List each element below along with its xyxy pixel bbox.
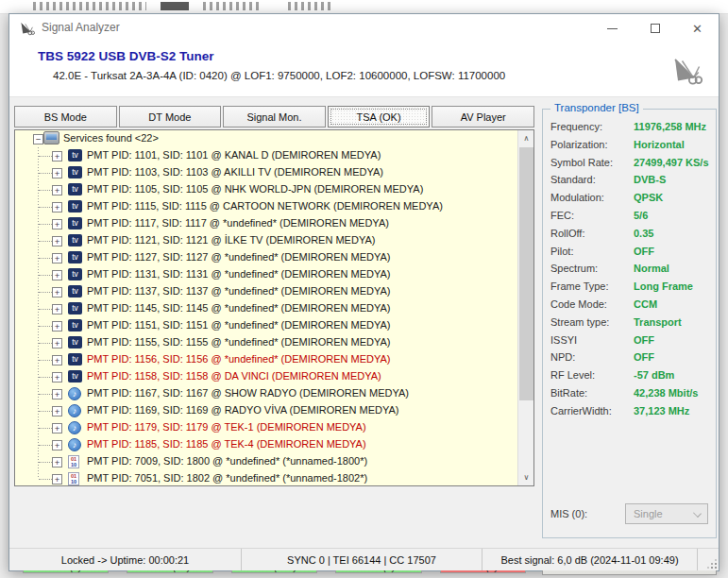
scroll-up-icon[interactable]: ∧ — [518, 130, 534, 146]
tab-label: AV Player — [461, 111, 506, 123]
expand-icon[interactable] — [52, 168, 62, 178]
title-bar[interactable]: Signal Analyzer ✕ — [9, 14, 719, 42]
field-value: 42,238 Mbit/s — [634, 387, 698, 399]
tree-row[interactable]: PMT PID: 1127, SID: 1127 @ *undefined* (… — [15, 249, 517, 266]
tree-row[interactable]: PMT PID: 1131, SID: 1131 @ *undefined* (… — [15, 266, 517, 283]
tree-row[interactable]: PMT PID: 1121, SID: 1121 @ İLKE TV (DEMI… — [15, 232, 517, 249]
tv-icon — [68, 353, 82, 366]
maximize-icon — [651, 24, 660, 33]
field-label: RollOff: — [550, 228, 584, 239]
expand-icon[interactable] — [52, 338, 62, 348]
tree-row-label: PMT PID: 1131, SID: 1131 @ *undefined* (… — [87, 268, 391, 280]
status-bar: Locked -> Uptime: 00:00:21 SYNC 0 | TEI … — [9, 548, 719, 570]
resize-grip[interactable] — [707, 559, 717, 569]
tv-icon — [68, 183, 82, 196]
field-label: Standard: — [550, 174, 596, 185]
expand-icon[interactable] — [52, 372, 62, 382]
tree-row-label: PMT PID: 1158, SID: 1158 @ DA VINCI (DEM… — [87, 370, 381, 382]
tree-row-label: PMT PID: 1145, SID: 1145 @ *undefined* (… — [87, 302, 391, 314]
tree-row[interactable]: PMT PID: 1185, SID: 1185 @ TEK-4 (DEMIRO… — [15, 436, 517, 453]
tree-root-row[interactable]: Services found <22> — [15, 130, 517, 147]
tree-row[interactable]: PMT PID: 1167, SID: 1167 @ SHOW RADYO (D… — [15, 385, 517, 402]
tab-signal-mon-[interactable]: Signal Mon. — [223, 106, 326, 128]
tree-row[interactable]: PMT PID: 7009, SID: 1800 @ *undefined* (… — [15, 453, 517, 470]
expand-icon[interactable] — [52, 321, 62, 332]
close-button[interactable]: ✕ — [676, 14, 719, 42]
expand-icon[interactable] — [52, 440, 62, 450]
tree-row[interactable]: PMT PID: 1101, SID: 1101 @ KANAL D (DEMI… — [15, 147, 517, 164]
expand-icon[interactable] — [52, 202, 62, 212]
field-value: 0.35 — [634, 228, 653, 239]
expand-icon[interactable] — [52, 406, 62, 416]
main-area: BS Mode DT Mode Signal Mon. TSA (OK) AV … — [9, 97, 719, 570]
expand-icon[interactable] — [52, 270, 62, 280]
field-value: Horizontal — [634, 139, 685, 150]
expand-icon[interactable] — [52, 389, 62, 400]
signal-analyzer-window: Signal Analyzer ✕ TBS 5922 USB DVB-S2 Tu… — [8, 13, 720, 571]
tree-row[interactable]: PMT PID: 1105, SID: 1105 @ NHK WORLD-JPN… — [15, 181, 517, 198]
expand-icon[interactable] — [52, 355, 62, 366]
tree-row[interactable]: PMT PID: 1158, SID: 1158 @ DA VINCI (DEM… — [15, 368, 517, 385]
tree-row[interactable]: PMT PID: 1155, SID: 1155 @ *undefined* (… — [15, 334, 517, 351]
tuning-info: 42.0E - Turksat 2A-3A-4A (ID: 0420) @ LO… — [53, 70, 505, 81]
transponder-field: Code Mode: CCM — [550, 298, 712, 316]
tab-tsa-ok-[interactable]: TSA (OK) — [328, 106, 431, 128]
expand-icon[interactable] — [52, 457, 62, 468]
tab-bs-mode[interactable]: BS Mode — [14, 106, 117, 128]
tree-row[interactable]: PMT PID: 1151, SID: 1151 @ *undefined* (… — [15, 317, 517, 334]
tree-row-label: PMT PID: 1151, SID: 1151 @ *undefined* (… — [87, 319, 391, 331]
mis-value: Single — [634, 508, 663, 519]
field-label: RF Level: — [550, 369, 595, 381]
expand-icon[interactable] — [52, 253, 62, 264]
tree-row[interactable]: PMT PID: 1145, SID: 1145 @ *undefined* (… — [15, 300, 517, 317]
scrollbar-thumb[interactable] — [519, 147, 533, 400]
tree-row[interactable]: PMT PID: 1179, SID: 1179 @ TEK-1 (DEMIRO… — [15, 419, 517, 436]
scroll-down-icon[interactable]: ∨ — [518, 469, 534, 485]
status-sync-counters: SYNC 0 | TEI 66144 | CC 17507 — [242, 549, 483, 570]
tab-label: BS Mode — [44, 111, 87, 123]
field-label: Symbol Rate: — [550, 157, 613, 168]
expand-icon[interactable] — [52, 474, 62, 484]
tv-icon — [68, 302, 82, 314]
expand-icon[interactable] — [52, 287, 62, 298]
background-fragment — [203, 2, 260, 10]
status-lock-uptime: Locked -> Uptime: 00:00:21 — [9, 549, 242, 570]
expand-icon[interactable] — [52, 219, 62, 230]
transponder-field: Polarization: Horizontal — [550, 139, 712, 157]
device-header: TBS 5922 USB DVB-S2 Tuner 42.0E - Turksa… — [9, 42, 719, 97]
tree-row[interactable]: PMT PID: 1137, SID: 1137 @ *undefined* (… — [15, 283, 517, 300]
field-label: Stream type: — [550, 316, 609, 328]
tree-row[interactable]: PMT PID: 1156, SID: 1156 @ *undefined* (… — [15, 351, 517, 368]
status-best-signal: Best signal: 6,0 dB (2024-11-01 09:49) — [483, 549, 698, 570]
field-value: OFF — [634, 351, 654, 363]
tv-icon — [68, 149, 82, 162]
scrollbar[interactable]: ∧ ∨ — [517, 130, 533, 485]
minimize-button[interactable] — [591, 14, 634, 42]
collapse-icon[interactable] — [33, 134, 43, 144]
expand-icon[interactable] — [52, 151, 62, 162]
field-value: 11976,258 MHz — [634, 121, 706, 132]
tree-row[interactable]: PMT PID: 1103, SID: 1103 @ AKILLI TV (DE… — [15, 164, 517, 181]
expand-icon[interactable] — [52, 185, 62, 196]
tv-icon — [68, 200, 82, 212]
tree-row[interactable]: PMT PID: 1117, SID: 1117 @ *undefined* (… — [15, 215, 517, 232]
tree-row-label: PMT PID: 1155, SID: 1155 @ *undefined* (… — [87, 336, 391, 348]
mis-dropdown[interactable]: Single — [625, 503, 708, 524]
services-tree[interactable]: Services found <22> PMT PID: 1101, SID: … — [14, 129, 534, 486]
maximize-button[interactable] — [634, 14, 676, 42]
tab-av-player[interactable]: AV Player — [432, 106, 534, 128]
tab-label: Signal Mon. — [246, 111, 301, 123]
tree-row[interactable]: PMT PID: 7051, SID: 1802 @ *undefined* (… — [15, 470, 517, 486]
tree-row[interactable]: PMT PID: 1169, SID: 1169 @ RADYO VİVA (D… — [15, 402, 517, 419]
transponder-field: Spectrum: Normal — [550, 263, 712, 280]
tv-icon — [68, 166, 82, 178]
transponder-panel-title: Transponder [BS] — [550, 102, 643, 113]
tree-row[interactable]: PMT PID: 1115, SID: 1115 @ CARTOON NETWO… — [15, 198, 517, 215]
transponder-field: FEC: 5/6 — [550, 210, 712, 228]
transponder-field: BitRate: 42,238 Mbit/s — [550, 387, 712, 405]
expand-icon[interactable] — [52, 423, 62, 434]
expand-icon[interactable] — [52, 236, 62, 246]
tab-dt-mode[interactable]: DT Mode — [119, 106, 222, 128]
expand-icon[interactable] — [52, 304, 62, 314]
tree-row-label: PMT PID: 1167, SID: 1167 @ SHOW RADYO (D… — [87, 387, 409, 399]
